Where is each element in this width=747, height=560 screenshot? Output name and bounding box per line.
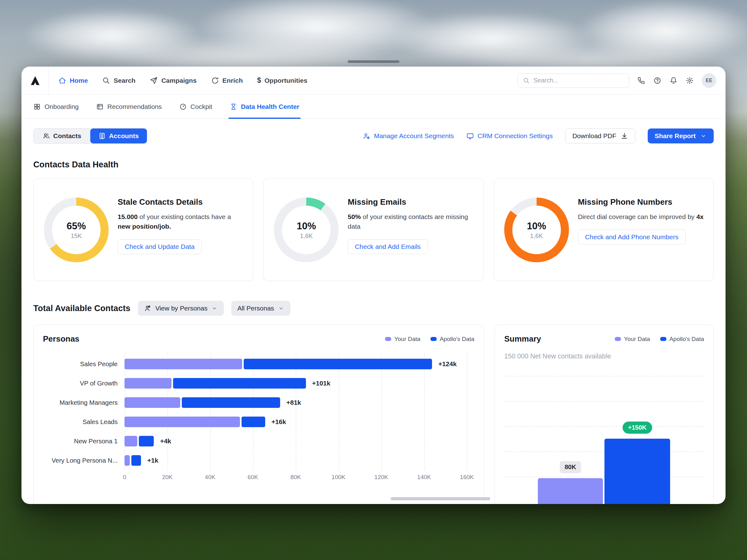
download-pdf-button[interactable]: Download PDF [565,129,635,143]
nav-item-home[interactable]: Home [58,77,88,85]
legend-swatch [431,337,437,341]
toolbar-right: Manage Account Segments CRM Connection S… [363,129,714,143]
segment-contacts[interactable]: Contacts [34,129,90,143]
donut-chart-stale-contacts: 65% 15K [44,197,109,263]
link-label: Manage Account Segments [374,132,454,140]
crm-connection-settings-link[interactable]: CRM Connection Settings [466,132,553,140]
tab-data-health-center[interactable]: Data Health Center [230,95,300,118]
persona-bars: +81k [125,397,467,408]
dropdown-label: View by Personas [155,304,208,312]
persona-category-label: Sales People [34,360,125,368]
section-title-contacts-data-health: Contacts Data Health [33,160,714,169]
legend-item-your-data: Your Data [615,336,650,343]
nav-item-search[interactable]: Search [102,77,135,85]
card-title: Stale Contacts Details [118,197,244,207]
search-icon [523,77,530,84]
nav-item-label: Enrich [223,77,243,84]
x-tick-label: 160K [460,474,474,481]
segment-accounts[interactable]: Accounts [90,129,147,143]
person-star-icon [363,132,370,140]
legend-item-your-data: Your Data [385,336,420,343]
donut-percent: 10% [527,220,546,232]
button-label: Share Report [654,132,696,140]
segment-label: Accounts [109,132,139,140]
summary-legend: Your Data Apollo's Data [615,336,704,343]
nav-item-campaigns[interactable]: Campaigns [150,77,197,85]
bar-apollos-data [241,417,265,427]
legend-swatch [385,337,391,341]
all-personas-dropdown[interactable]: All Personas [231,301,290,316]
bar-apollos-data [173,378,306,389]
chevron-down-icon [700,133,707,139]
window-drag-handle[interactable] [348,60,399,63]
bar-your-data [125,378,172,389]
legend-label: Your Data [394,336,420,343]
avatar[interactable]: EE [702,74,716,88]
health-cards-row: 65% 15K Stale Contacts Details 15.000 of… [33,178,714,281]
bar-value-label: +1k [147,455,158,466]
app-logo[interactable] [22,66,49,94]
persona-row: New Persona 1+4k [34,431,467,451]
horizontal-scrollbar[interactable] [391,497,490,500]
monitor-icon [466,132,474,140]
donut-amount: 15K [71,232,82,240]
summary-value-label: +150K [622,422,652,434]
notifications-bell-icon[interactable] [670,77,677,85]
section-title-total-available-contacts: Total Available Contacts [33,304,130,313]
persona-bars: +4k [125,436,467,447]
global-search[interactable] [518,74,629,88]
link-label: CRM Connection Settings [478,132,553,140]
phone-icon[interactable] [637,77,645,85]
app-window: Home Search Campaigns Enrich $ Opportuni… [22,66,725,504]
bar-value-label: +124k [438,359,457,369]
x-tick-label: 0 [123,474,126,481]
donut-percent: 10% [297,220,316,232]
legend-item-apollos-data: Apollo's Data [660,336,704,343]
contacts-accounts-segmented-control: Contacts Accounts [33,128,147,144]
persona-category-label: VP of Growth [34,379,125,387]
summary-plot: 80K+150K [504,371,704,504]
x-tick-label: 80K [290,474,301,481]
donut-amount: 1,6K [300,232,313,240]
chevron-down-icon [211,305,217,312]
gridline [504,376,704,376]
help-icon[interactable] [653,77,662,85]
persona-category-label: Marketing Managers [34,399,125,406]
search-input[interactable] [534,77,624,84]
tab-label: Recommendations [107,103,162,110]
donut-percent: 65% [67,220,86,232]
persona-row: Sales People+124k [34,354,467,374]
nav-item-enrich[interactable]: Enrich [211,77,243,85]
dollar-icon: $ [257,77,261,84]
button-label: Download PDF [572,132,616,140]
report-toolbar: Contacts Accounts Manage Account Segment… [33,128,714,144]
persona-icon [144,304,152,312]
tab-cockpit[interactable]: Cockpit [179,95,212,118]
persona-category-label: Sales Leads [34,418,125,426]
card-stale-contacts: 65% 15K Stale Contacts Details 15.000 of… [33,178,253,281]
check-and-add-emails-button[interactable]: Check and Add Emails [348,239,428,254]
tab-recommendations[interactable]: Recommendations [96,95,162,118]
download-icon [621,132,628,140]
bar-apollos-data [182,397,280,408]
view-by-personas-dropdown[interactable]: View by Personas [138,301,224,316]
gridline [504,426,704,427]
check-and-update-data-button[interactable]: Check and Update Data [118,239,202,254]
share-report-button[interactable]: Share Report [648,129,714,143]
nav-item-opportunities[interactable]: $ Opportunities [257,77,307,84]
x-tick-label: 20K [162,474,173,481]
legend-swatch [660,337,666,341]
check-and-add-phone-numbers-button[interactable]: Check and Add Phone Numbers [578,230,686,244]
personas-x-axis: 020K40K60K80K100K120K140K160K [125,470,467,484]
x-tick-label: 140K [417,474,431,481]
bar-your-data [125,397,180,408]
nav-item-label: Opportunities [264,77,308,84]
tab-onboarding[interactable]: Onboarding [33,95,79,118]
settings-gear-icon[interactable] [686,77,694,85]
manage-account-segments-link[interactable]: Manage Account Segments [363,132,454,140]
persona-row: Marketing Managers+81k [34,393,467,412]
segment-label: Contacts [53,132,81,140]
bar-your-data [125,359,242,369]
x-tick-label: 100K [332,474,345,481]
summary-bar-apollos-data [604,439,670,504]
